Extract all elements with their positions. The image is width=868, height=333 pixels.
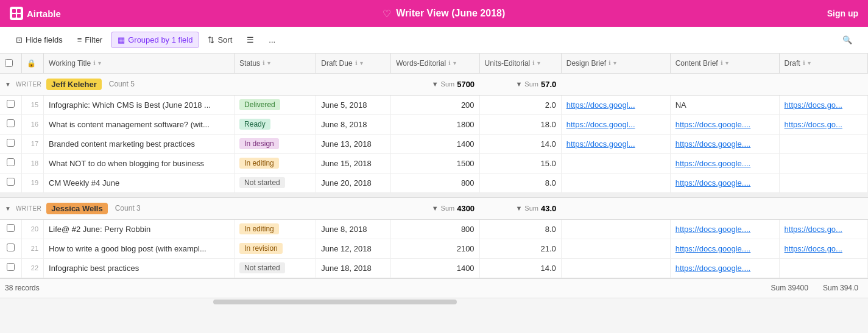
status-badge: In editing — [239, 223, 279, 234]
group-count: Count 3 — [115, 204, 141, 212]
group-label: Grouped by 1 field — [128, 35, 192, 44]
row-checkbox-cell[interactable] — [0, 95, 22, 114]
draft-due-sort[interactable]: ▾ — [360, 60, 363, 66]
row-checkbox[interactable] — [7, 119, 15, 127]
design-brief-link[interactable]: https://docs.googl... — [566, 100, 635, 110]
topnav-center: ♡ Writer View (June 2018) — [61, 8, 827, 19]
scrollbar-thumb[interactable] — [213, 300, 457, 304]
row-content-brief: https://docs.google.... — [670, 219, 779, 239]
row-checkbox[interactable] — [7, 244, 15, 251]
draft-due-info[interactable]: ℹ — [355, 60, 358, 66]
row-checkbox[interactable] — [7, 224, 15, 232]
draft-info[interactable]: ℹ — [803, 60, 805, 66]
group-design-cell — [561, 197, 670, 219]
row-checkbox[interactable] — [7, 158, 15, 166]
row-checkbox-cell[interactable] — [0, 239, 22, 258]
row-height-icon: ☰ — [247, 35, 254, 44]
group-status-cell — [235, 197, 316, 219]
content-brief-link[interactable]: https://docs.google.... — [676, 120, 751, 129]
svg-rect-0 — [12, 9, 16, 13]
row-units: 2.0 — [479, 95, 561, 114]
col-design-brief[interactable]: Design Brief ℹ ▾ — [561, 54, 670, 73]
row-draft: https://docs.go... — [779, 114, 867, 134]
row-content-brief: https://docs.google.... — [670, 134, 779, 153]
draft-link[interactable]: https://docs.go... — [785, 225, 842, 234]
draft-link[interactable]: https://docs.go... — [785, 120, 842, 129]
col-draft-due[interactable]: Draft Due ℹ ▾ — [316, 54, 391, 73]
draft-link[interactable]: https://docs.go... — [785, 100, 842, 110]
sort-button[interactable]: ⇅ Sort — [202, 32, 238, 47]
group-toggle[interactable]: ▼ — [5, 81, 11, 88]
draft-sort[interactable]: ▾ — [808, 60, 811, 66]
row-draft-due: June 18, 2018 — [316, 258, 391, 278]
col-words-editorial[interactable]: Words-Editorial ℹ ▾ — [391, 54, 479, 73]
working-title-sort[interactable]: ▾ — [98, 60, 101, 66]
row-checkbox-cell[interactable] — [0, 258, 22, 278]
status-info[interactable]: ℹ — [263, 60, 265, 66]
heart-icon[interactable]: ♡ — [383, 8, 391, 19]
content-brief-link[interactable]: https://docs.google.... — [676, 225, 751, 234]
draft-link[interactable]: https://docs.go... — [785, 244, 842, 253]
group-writer-name: Jeff Keleher — [46, 79, 101, 90]
content-brief-link[interactable]: https://docs.google.... — [676, 139, 751, 149]
design-brief-link[interactable]: https://docs.googl... — [566, 139, 635, 149]
words-info[interactable]: ℹ — [448, 60, 451, 66]
checkbox-header[interactable] — [0, 54, 22, 73]
filter-button[interactable]: ≡ Filter — [71, 32, 108, 47]
content-brief-link[interactable]: https://docs.google.... — [676, 244, 751, 253]
row-number: 19 — [22, 173, 44, 192]
group-toggle[interactable]: ▼ — [5, 205, 11, 212]
design-brief-link[interactable]: https://docs.googl... — [566, 120, 635, 129]
content-info[interactable]: ℹ — [721, 60, 723, 66]
row-units: 14.0 — [479, 134, 561, 153]
row-number: 17 — [22, 134, 44, 153]
col-units-editorial[interactable]: Units-Editorial ℹ ▾ — [479, 54, 561, 73]
content-brief-link[interactable]: https://docs.google.... — [676, 178, 751, 188]
row-number: 20 — [22, 219, 44, 239]
content-sort[interactable]: ▾ — [725, 60, 729, 66]
row-checkbox[interactable] — [7, 263, 15, 271]
row-checkbox-cell[interactable] — [0, 134, 22, 153]
status-sort[interactable]: ▾ — [267, 60, 270, 66]
units-sort[interactable]: ▾ — [537, 60, 540, 66]
row-checkbox-cell[interactable] — [0, 219, 22, 239]
row-height-button[interactable]: ☰ — [241, 32, 260, 47]
hide-fields-button[interactable]: ⊡ Hide fields — [10, 32, 69, 47]
table-row: 16 What is content management software? … — [0, 114, 868, 134]
content-brief-link[interactable]: https://docs.google.... — [676, 264, 751, 273]
words-sort[interactable]: ▾ — [453, 60, 456, 66]
col-content-brief[interactable]: Content Brief ℹ ▾ — [670, 54, 779, 73]
svg-rect-1 — [17, 9, 21, 13]
row-checkbox-cell[interactable] — [0, 153, 22, 173]
design-sort[interactable]: ▾ — [613, 60, 616, 66]
sort-label: Sort — [217, 35, 232, 44]
status-badge: Not started — [239, 262, 285, 273]
row-status: Ready — [235, 114, 316, 134]
row-checkbox[interactable] — [7, 139, 15, 147]
design-info[interactable]: ℹ — [609, 60, 611, 66]
search-button[interactable]: 🔍 — [836, 32, 858, 47]
col-working-title[interactable]: Working Title ℹ ▾ — [44, 54, 235, 73]
content-brief-link[interactable]: https://docs.google.... — [676, 159, 751, 168]
row-checkbox[interactable] — [7, 100, 15, 108]
col-draft[interactable]: Draft ℹ ▾ — [779, 54, 867, 73]
group-button[interactable]: ▦ Grouped by 1 field — [111, 32, 199, 48]
row-title: What NOT to do when blogging for busines… — [44, 153, 235, 173]
group-draft-cell — [316, 197, 391, 219]
brand-name: Airtable — [27, 9, 61, 19]
units-info[interactable]: ℹ — [532, 60, 535, 66]
working-title-label: Working Title — [49, 59, 91, 68]
row-checkbox-cell[interactable] — [0, 173, 22, 192]
row-checkbox[interactable] — [7, 178, 15, 186]
row-content-brief: NA — [670, 95, 779, 114]
logo[interactable]: Airtable — [10, 7, 61, 20]
working-title-info[interactable]: ℹ — [93, 60, 96, 66]
row-title: Infographic best practices — [44, 258, 235, 278]
signup-button[interactable]: Sign up — [827, 9, 858, 18]
col-status[interactable]: Status ℹ ▾ — [235, 54, 316, 73]
row-checkbox-cell[interactable] — [0, 114, 22, 134]
select-all-checkbox[interactable] — [5, 59, 13, 67]
more-button[interactable]: ... — [263, 32, 281, 47]
horizontal-scrollbar[interactable] — [0, 298, 868, 305]
group-units-sum: ▼ Sum 57.0 — [479, 73, 561, 95]
